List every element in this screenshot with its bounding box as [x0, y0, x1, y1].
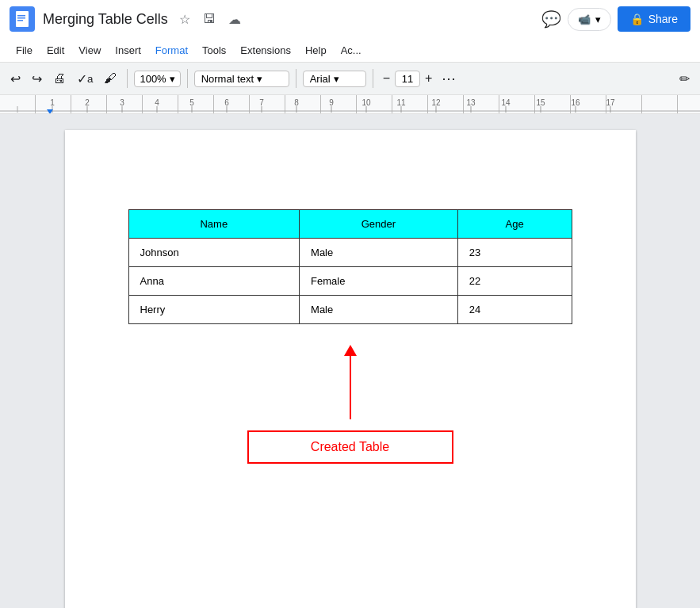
svg-text:16: 16	[571, 98, 580, 107]
svg-rect-2	[17, 17, 25, 19]
svg-rect-1	[17, 15, 25, 17]
title-icon-group: ☆ 🖫 ☁	[176, 9, 244, 30]
ruler-inner: 1 2 3 4 5 6 7 8 9 10 11	[0, 95, 700, 113]
meet-icon: 📹	[578, 13, 591, 25]
star-button[interactable]: ☆	[176, 9, 193, 30]
doc-icon	[10, 6, 35, 32]
table-row: Anna Female 22	[128, 267, 572, 296]
doc-page: Name Gender Age Johnson Male 23 Anna Fem…	[65, 130, 636, 608]
svg-text:2: 2	[85, 98, 90, 107]
svg-text:14: 14	[501, 98, 511, 107]
annotation-area: Created Table	[128, 356, 572, 464]
svg-text:5: 5	[189, 98, 194, 107]
doc-title: Merging Table Cells	[43, 11, 168, 28]
svg-text:15: 15	[536, 98, 545, 107]
svg-rect-3	[17, 20, 23, 21]
svg-text:6: 6	[224, 98, 229, 107]
svg-text:7: 7	[259, 98, 264, 107]
created-table-box: Created Table	[247, 430, 453, 464]
svg-text:17: 17	[606, 98, 615, 107]
svg-rect-0	[16, 11, 29, 27]
zoom-chevron: ▾	[170, 73, 175, 85]
toolbar-divider-2	[187, 69, 188, 88]
cell-name-2: Anna	[128, 267, 300, 296]
toolbar: ↩ ↪ 🖨 ✓a 🖌 100% ▾ Normal text ▾ Arial ▾ …	[0, 62, 700, 95]
meet-chevron: ▾	[595, 13, 601, 25]
menu-more[interactable]: Ac...	[335, 41, 368, 59]
col-gender-header: Gender	[300, 210, 458, 239]
arrow-head	[344, 345, 357, 356]
menu-insert[interactable]: Insert	[109, 41, 147, 59]
print-button[interactable]: 🖨	[49, 67, 70, 90]
menu-tools[interactable]: Tools	[196, 41, 232, 59]
text-style-value: Normal text	[201, 73, 254, 85]
table-row: Johnson Male 23	[128, 239, 572, 267]
svg-text:13: 13	[466, 98, 476, 107]
meet-button[interactable]: 📹 ▾	[568, 8, 611, 31]
zoom-value: 100%	[140, 73, 166, 85]
font-size-area: − +	[380, 70, 436, 87]
title-right-area: 💬 📹 ▾ 🔒 Share	[541, 6, 690, 32]
col-age-header: Age	[457, 210, 572, 239]
svg-text:10: 10	[361, 98, 371, 107]
table-row: Herry Male 24	[128, 296, 572, 324]
menu-bar: File Edit View Insert Format Tools Exten…	[0, 38, 700, 62]
undo-button[interactable]: ↩	[6, 67, 25, 90]
comments-button[interactable]: 💬	[541, 10, 561, 29]
title-bar: Merging Table Cells ☆ 🖫 ☁ 💬 📹 ▾ 🔒 Share	[0, 0, 700, 38]
style-chevron: ▾	[257, 73, 262, 85]
font-value: Arial	[310, 73, 331, 85]
col-name-header: Name	[128, 210, 300, 239]
text-style-selector[interactable]: Normal text ▾	[194, 71, 289, 87]
menu-format[interactable]: Format	[149, 41, 194, 59]
cell-gender-3: Male	[300, 296, 458, 324]
cell-name-1: Johnson	[128, 239, 300, 267]
more-options-button[interactable]: ⋯	[438, 67, 459, 90]
paint-format-button[interactable]: 🖌	[100, 67, 120, 90]
data-table: Name Gender Age Johnson Male 23 Anna Fem…	[128, 209, 572, 324]
spellcheck-button[interactable]: ✓a	[73, 67, 97, 90]
svg-text:12: 12	[431, 98, 441, 107]
redo-button[interactable]: ↪	[28, 67, 46, 90]
cell-name-3: Herry	[128, 296, 300, 324]
cell-gender-2: Female	[300, 267, 458, 296]
share-lock-icon: 🔒	[630, 13, 644, 25]
svg-text:4: 4	[155, 98, 159, 107]
menu-file[interactable]: File	[10, 41, 39, 59]
cell-gender-1: Male	[300, 239, 458, 267]
svg-text:9: 9	[329, 98, 334, 107]
font-size-input[interactable]	[395, 71, 420, 87]
save-to-drive-button[interactable]: 🖫	[200, 9, 219, 29]
share-label: Share	[648, 13, 678, 25]
zoom-selector[interactable]: 100% ▾	[134, 71, 180, 87]
font-size-decrease-button[interactable]: −	[380, 70, 393, 87]
menu-view[interactable]: View	[72, 41, 107, 59]
menu-edit[interactable]: Edit	[40, 41, 71, 59]
svg-text:11: 11	[396, 98, 406, 107]
svg-text:3: 3	[120, 98, 124, 107]
cloud-status-button[interactable]: ☁	[225, 9, 244, 30]
arrow-line	[350, 356, 351, 419]
font-size-increase-button[interactable]: +	[422, 70, 435, 87]
cell-age-1: 23	[457, 239, 572, 267]
toolbar-divider-4	[373, 69, 373, 88]
svg-text:8: 8	[294, 98, 299, 107]
share-button[interactable]: 🔒 Share	[618, 6, 690, 32]
ruler: 1 2 3 4 5 6 7 8 9 10 11	[0, 95, 700, 114]
cell-age-2: 22	[457, 267, 572, 296]
doc-area: Name Gender Age Johnson Male 23 Anna Fem…	[0, 114, 700, 608]
menu-help[interactable]: Help	[299, 41, 333, 59]
menu-extensions[interactable]: Extensions	[234, 41, 297, 59]
created-table-label: Created Table	[311, 440, 389, 453]
svg-text:1: 1	[50, 98, 55, 107]
cell-age-3: 24	[457, 296, 572, 324]
edit-pen-button[interactable]: ✏	[675, 67, 694, 90]
toolbar-divider-3	[296, 69, 296, 88]
font-selector[interactable]: Arial ▾	[303, 71, 366, 87]
toolbar-divider-1	[127, 69, 128, 88]
font-chevron: ▾	[334, 73, 339, 85]
table-header-row: Name Gender Age	[128, 210, 572, 239]
